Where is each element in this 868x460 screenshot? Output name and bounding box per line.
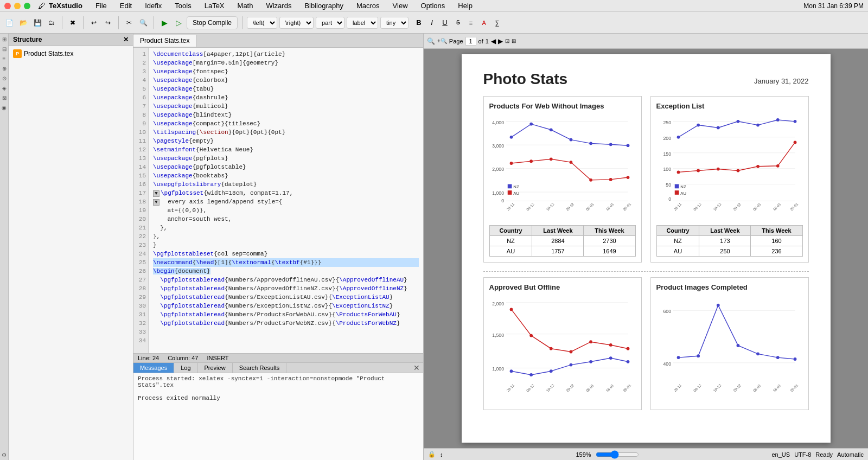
format-underline-icon[interactable]: U <box>439 17 451 29</box>
svg-rect-31 <box>507 184 512 189</box>
code-content[interactable]: \documentclass[a4paper,12pt]{article}\us… <box>149 48 423 353</box>
format-math-icon[interactable]: ∑ <box>491 17 503 29</box>
menu-idefix[interactable]: Idefix <box>143 1 164 11</box>
preview-page-input[interactable]: 1 <box>465 37 476 46</box>
menu-latex[interactable]: LaTeX <box>202 1 227 11</box>
menu-macros[interactable]: Macros <box>354 1 382 11</box>
svg-text:1,500: 1,500 <box>492 333 504 338</box>
format-bold-icon[interactable]: B <box>413 17 425 29</box>
chart2-au-country: AU <box>656 246 699 257</box>
sidebar-icon-7[interactable]: ⊠ <box>1 94 8 101</box>
left-bracket-dropdown[interactable]: \left( <box>247 17 277 29</box>
sidebar-icon-8[interactable]: ◉ <box>1 104 8 111</box>
save-all-icon[interactable]: 🗂 <box>46 17 58 29</box>
messages-tab-messages[interactable]: Messages <box>133 363 174 373</box>
preview-next-icon[interactable]: ▶ <box>498 37 503 45</box>
chart2-nz-lastweek: 173 <box>699 236 751 246</box>
menu-options[interactable]: Options <box>419 1 448 11</box>
svg-text:600: 600 <box>663 309 671 314</box>
undo-icon[interactable]: ↩ <box>88 17 100 29</box>
preview-content[interactable]: Photo Stats January 31, 2022 Products Fo… <box>424 49 868 448</box>
svg-point-88 <box>569 363 572 367</box>
new-file-icon[interactable]: 📄 <box>3 17 15 29</box>
sidebar-icon-1[interactable]: ⊞ <box>1 36 8 42</box>
preview-zoom-label: 159% <box>576 451 591 458</box>
menu-bibliography[interactable]: Bibliography <box>302 1 346 11</box>
preview-prev-icon[interactable]: ◀ <box>491 37 496 45</box>
preview-fit-icon[interactable]: ⊡ <box>505 38 509 44</box>
messages-tab-search[interactable]: Search Results <box>233 363 287 373</box>
open-file-icon[interactable]: 📂 <box>17 17 29 29</box>
collapse-icon[interactable]: ▼ <box>153 190 159 197</box>
label-dropdown[interactable]: label <box>347 17 378 29</box>
sep3 <box>118 16 119 29</box>
messages-tab-log[interactable]: Log <box>174 363 197 373</box>
messages-tab-preview[interactable]: Preview <box>198 363 233 373</box>
svg-text:09-12: 09-12 <box>692 383 701 392</box>
sep1 <box>62 16 62 29</box>
chart1-nz-lastweek: 2884 <box>532 236 584 246</box>
charts-row-1: Products For Web Without Images 4,000 3,… <box>483 96 809 263</box>
redo-icon[interactable]: ↪ <box>102 17 114 29</box>
menu-help[interactable]: Help <box>456 1 475 11</box>
search-icon[interactable]: 🔍 <box>137 17 149 29</box>
status-language: en_US <box>771 451 790 458</box>
menu-wizards[interactable]: Wizards <box>264 1 293 11</box>
preview-zoom-out-icon[interactable]: 🔍 <box>427 37 435 45</box>
sidebar-icon-4[interactable]: ⊕ <box>1 65 8 72</box>
menu-tools[interactable]: Tools <box>173 1 193 11</box>
sidebar-icon-bottom[interactable]: ⚙ <box>1 451 8 458</box>
compile-step-icon[interactable]: ▷ <box>173 17 184 29</box>
close-button[interactable] <box>4 3 11 9</box>
sidebar-icon-6[interactable]: ◈ <box>1 85 8 91</box>
svg-point-83 <box>609 343 612 347</box>
format-strikethrough-icon[interactable]: S̶ <box>452 17 464 29</box>
preview-zoom-slider[interactable] <box>596 450 639 459</box>
editor-line: Line: 24 <box>138 355 159 361</box>
messages-close-button[interactable]: ✕ <box>410 363 423 373</box>
chart-box-3: Approved But Offline 2,000 1,500 1,000 <box>483 277 642 410</box>
part-dropdown[interactable]: part <box>316 17 344 29</box>
preview-zoom-in-icon[interactable]: +🔍 <box>437 38 447 44</box>
preview-lock-icon[interactable]: 🔒 <box>428 451 436 458</box>
structure-header: Structure ✕ <box>9 34 133 46</box>
sidebar-icon-2[interactable]: ⊟ <box>1 46 8 52</box>
chart2-nz-country: NZ <box>656 236 699 246</box>
maximize-button[interactable] <box>24 3 30 9</box>
preview-sync-icon[interactable]: ↕ <box>440 451 443 458</box>
collapse-icon[interactable]: ▼ <box>153 199 159 206</box>
minimize-button[interactable] <box>14 3 21 9</box>
chart2-container: 250 200 150 100 50 0 <box>656 114 803 223</box>
chart-box-1: Products For Web Without Images 4,000 3,… <box>483 96 642 263</box>
code-editor[interactable]: 1234567891011121314151617181920212223242… <box>133 48 423 353</box>
svg-text:29-11: 29-11 <box>673 202 682 211</box>
close-doc-icon[interactable]: ✖ <box>67 17 79 29</box>
menu-file[interactable]: File <box>93 1 109 11</box>
right-bracket-dropdown[interactable]: \right) <box>279 17 314 29</box>
chart1-row-au: AU 1757 1649 <box>489 246 635 257</box>
format-align-left-icon[interactable]: ≡ <box>465 17 477 29</box>
chart3-svg: 2,000 1,500 1,000 <box>489 296 636 393</box>
menu-edit[interactable]: Edit <box>118 1 134 11</box>
chart4-svg: 600 400 <box>656 296 803 393</box>
structure-file-item[interactable]: P Product Stats.tex <box>11 48 131 59</box>
chart2-col-thisweek: This Week <box>751 226 802 236</box>
structure-file-label: Product Stats.tex <box>24 50 73 58</box>
cut-icon[interactable]: ✂ <box>123 17 135 29</box>
editor-tab-active[interactable]: Product Stats.tex <box>133 35 196 47</box>
stop-compile-button[interactable]: Stop Compile <box>187 16 238 29</box>
format-color-icon[interactable]: A <box>478 17 490 29</box>
format-italic-icon[interactable]: I <box>426 17 438 29</box>
svg-text:28-01: 28-01 <box>789 202 799 211</box>
menu-view[interactable]: View <box>391 1 410 11</box>
menu-math[interactable]: Math <box>235 1 256 11</box>
chart2-row-au: AU 250 236 <box>656 246 802 257</box>
compile-play-icon[interactable]: ▶ <box>158 17 170 29</box>
sidebar-icon-3[interactable]: ≡ <box>1 55 8 62</box>
structure-close-icon[interactable]: ✕ <box>123 36 129 43</box>
size-dropdown[interactable]: tiny <box>380 17 409 29</box>
preview-fit-width-icon[interactable]: ⊞ <box>512 38 516 44</box>
chart1-au-lastweek: 1757 <box>532 246 584 257</box>
sidebar-icon-5[interactable]: ⊙ <box>1 75 8 81</box>
save-icon[interactable]: 💾 <box>31 17 43 29</box>
